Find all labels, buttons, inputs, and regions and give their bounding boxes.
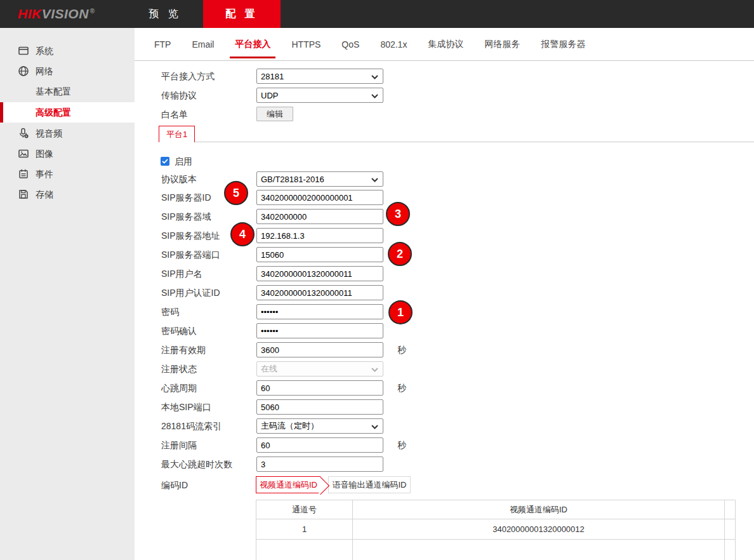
max-heartbeat-timeout-label: 最大心跳超时次数 <box>161 457 232 472</box>
video-channel-id-cell: 34020000001320000012 <box>353 519 725 540</box>
sip-server-port-label: SIP服务器端口 <box>161 247 220 262</box>
register-validity-input[interactable] <box>256 342 383 357</box>
tab-label: Email <box>192 39 214 50</box>
sidebar-item-label: 基本配置 <box>36 81 71 102</box>
storage-icon <box>18 189 29 200</box>
logo-text-vision: VISION <box>42 6 89 22</box>
tab-label: 视频通道编码ID <box>260 479 317 491</box>
sidebar-item-basic-config[interactable]: 基本配置 <box>0 81 135 102</box>
sip-server-domain-input[interactable] <box>256 209 383 224</box>
sidebar-item-video-audio[interactable]: 视音频 <box>0 123 135 143</box>
top-bar: HIKVISION® 预 览 配 置 <box>0 0 754 28</box>
register-interval-input[interactable] <box>256 437 383 453</box>
stream-index-select[interactable]: 主码流（定时） <box>256 418 383 434</box>
password-input[interactable] <box>256 304 383 319</box>
tab-audio-output-channel-encoding-id[interactable]: 语音输出通道编码ID <box>328 476 411 493</box>
logo-registered-mark: ® <box>90 8 95 15</box>
sip-server-address-input[interactable] <box>256 228 383 243</box>
channel-number-cell: 1 <box>256 519 353 540</box>
settings-tab-bar: FTP Email 平台接入 HTTPS QoS 802.1x 集成协议 网络服… <box>135 28 754 61</box>
sip-server-port-input[interactable] <box>256 247 383 262</box>
password-confirm-input[interactable] <box>256 323 383 338</box>
page: HIKVISION® 预 览 配 置 系统 网络 基本配置 高级配置 <box>0 0 754 560</box>
max-heartbeat-timeout-input[interactable] <box>256 457 383 472</box>
table-row-empty <box>256 540 736 560</box>
tab-video-channel-encoding-id[interactable]: 视频通道编码ID <box>256 476 321 493</box>
sidebar-item-network[interactable]: 网络 <box>0 61 135 81</box>
transport-protocol-select[interactable]: UDP <box>256 88 383 103</box>
sidebar-item-event[interactable]: 事件 <box>0 164 135 184</box>
tab-alarm-server[interactable]: 报警服务器 <box>539 28 587 61</box>
register-validity-label: 注册有效期 <box>161 342 206 357</box>
platform-tab-divider <box>194 142 754 142</box>
annotation-badge-3: 3 <box>386 202 410 226</box>
sidebar-item-label: 视音频 <box>36 123 62 143</box>
video-channel-table: 通道号 视频通道编码ID 1 34020000001320000012 <box>256 500 736 560</box>
tab-label: 集成协议 <box>428 39 463 50</box>
heartbeat-period-input[interactable] <box>256 380 383 396</box>
sip-user-auth-id-label: SIP用户认证ID <box>161 285 220 300</box>
select-value: 在线 <box>261 363 277 375</box>
tab-network-service[interactable]: 网络服务 <box>482 28 522 61</box>
tab-label: 语音输出通道编码ID <box>333 479 407 491</box>
tab-label: FTP <box>154 39 171 50</box>
spacer-cell <box>725 519 736 540</box>
tab-qos[interactable]: QoS <box>340 28 361 61</box>
table-row[interactable]: 1 34020000001320000012 <box>256 519 736 540</box>
tab-https[interactable]: HTTPS <box>289 28 322 61</box>
nav-tab-configuration[interactable]: 配 置 <box>203 0 281 28</box>
platform-access-mode-select[interactable]: 28181 <box>256 69 383 84</box>
password-label: 密码 <box>161 304 179 319</box>
sidebar-item-advanced-config[interactable]: 高级配置 <box>0 102 135 123</box>
spacer-header <box>725 500 736 519</box>
sidebar-item-system[interactable]: 系统 <box>0 41 135 61</box>
heartbeat-period-unit: 秒 <box>397 380 406 396</box>
select-value: 28181 <box>261 72 284 81</box>
nav-tab-preview[interactable]: 预 览 <box>138 0 192 28</box>
logo-text-hik: HIK <box>18 6 42 22</box>
tab-platform-1[interactable]: 平台1 <box>159 126 195 142</box>
select-value: GB/T28181-2016 <box>261 175 324 184</box>
hikvision-logo: HIKVISION® <box>18 0 95 28</box>
local-sip-port-label: 本地SIP端口 <box>161 399 211 415</box>
annotation-badge-1: 1 <box>388 300 413 324</box>
sidebar-item-label: 高级配置 <box>36 102 71 123</box>
sidebar-item-label: 存储 <box>36 184 53 204</box>
register-interval-label: 注册间隔 <box>161 437 197 453</box>
tab-8021x[interactable]: 802.1x <box>378 28 409 61</box>
local-sip-port-input[interactable] <box>256 399 383 415</box>
microphone-icon <box>18 128 29 139</box>
sip-username-label: SIP用户名 <box>161 266 202 281</box>
protocol-version-select[interactable]: GB/T28181-2016 <box>256 171 383 187</box>
tab-ftp[interactable]: FTP <box>152 28 173 61</box>
tab-email[interactable]: Email <box>190 28 216 61</box>
whitelist-edit-button[interactable]: 编辑 <box>256 107 293 121</box>
select-value: 主码流（定时） <box>261 420 319 432</box>
tab-platform-access[interactable]: 平台接入 <box>233 28 272 61</box>
sidebar: 系统 网络 基本配置 高级配置 视音频 图像 <box>0 28 135 560</box>
sip-user-auth-id-input[interactable] <box>256 285 383 300</box>
chevron-down-icon <box>371 75 378 79</box>
sip-username-input[interactable] <box>256 266 383 281</box>
sidebar-item-label: 事件 <box>36 164 53 184</box>
video-channel-id-cell <box>353 540 725 560</box>
stream-index-label: 28181码流索引 <box>161 418 222 434</box>
enable-label: 启用 <box>175 157 192 166</box>
register-status-label: 注册状态 <box>161 361 197 377</box>
sidebar-item-image[interactable]: 图像 <box>0 143 135 164</box>
tab-label: 报警服务器 <box>541 39 585 50</box>
tab-label: 网络服务 <box>484 39 520 50</box>
platform-access-mode-label: 平台接入方式 <box>161 69 215 84</box>
enable-checkbox[interactable] <box>161 157 169 166</box>
transport-protocol-label: 传输协议 <box>161 88 197 103</box>
register-status-select: 在线 <box>256 361 383 377</box>
tab-label: 平台接入 <box>235 39 270 50</box>
tab-integration-protocol[interactable]: 集成协议 <box>426 28 465 61</box>
encoding-id-label: 编码ID <box>161 477 188 493</box>
sip-server-id-input[interactable] <box>256 190 383 205</box>
annotation-badge-5: 5 <box>224 181 248 205</box>
annotation-badge-2: 2 <box>388 242 412 266</box>
password-confirm-label: 密码确认 <box>161 323 197 338</box>
sidebar-item-storage[interactable]: 存储 <box>0 184 135 204</box>
sidebar-item-label: 图像 <box>36 143 53 164</box>
